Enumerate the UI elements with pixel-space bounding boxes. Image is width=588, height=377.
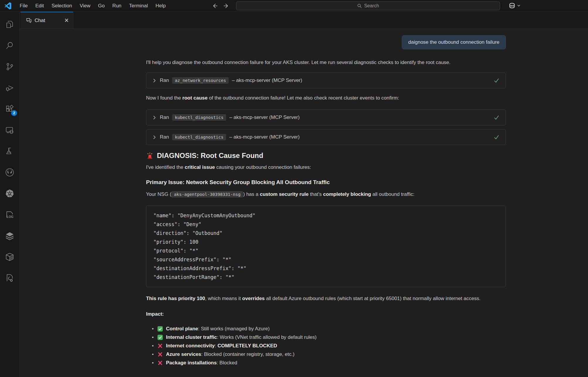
bullet-dot: • [152,343,157,349]
tool-call-name: kubectl_diagnostics [172,134,226,140]
github-icon [5,168,14,177]
activity-containers[interactable] [0,246,19,267]
code-file-gear-icon [5,273,14,283]
debug-icon [5,83,14,92]
svg-text:LOG: LOG [7,215,13,218]
menu-selection[interactable]: Selection [48,0,76,11]
nsg-description-text: Your NSG (aks-agentpool-30398331-nsg) ha… [146,191,506,198]
code-line: "protocol": "*" [153,246,499,255]
menu-run[interactable]: Run [109,0,125,11]
chevron-down-icon [517,4,521,7]
menu-terminal[interactable]: Terminal [125,0,152,11]
tool-call-prefix: Ran [160,115,169,120]
tool-call-server: – aks-mcp-server (MCP Server) [229,134,300,140]
activity-source-control[interactable] [0,56,19,77]
tool-call-prefix: Ran [160,134,169,140]
activity-dev-tools[interactable] [0,267,19,289]
extensions-badge: 2 [11,110,17,116]
source-control-icon [5,62,14,71]
bullet-dot: • [152,360,157,366]
code-line: "destinationAddressPrefix": "*" [153,264,499,273]
tool-call-name: az_network_resources [172,77,229,84]
cross-icon [157,360,166,366]
impact-list: • Control plane: Still works (managed by… [146,324,506,367]
files-icon [5,20,14,29]
impact-item-package-installs: • Package installations: Blocked [146,359,506,367]
bullet-dot: • [152,334,157,340]
impact-item-control-plane: • Control plane: Still works (managed by… [146,324,506,333]
code-line: "sourceAddressPrefix": "*" [153,255,499,264]
activity-bar: 2 [0,12,20,377]
diagnosis-heading: DIAGNOSIS: Root Cause Found [146,152,506,160]
activity-github[interactable] [0,162,19,183]
comment-discussion-icon [26,17,32,23]
tool-call-az-network-resources[interactable]: Ran az_network_resources – aks-mcp-serve… [146,73,506,88]
impact-item-internal-traffic: • Internal cluster traffic: Works (VNet … [146,333,506,341]
menu-help[interactable]: Help [152,0,170,11]
menu-edit[interactable]: Edit [31,0,48,11]
activity-kubernetes[interactable] [0,183,19,204]
priority-explanation-text: This rule has priority 100, which means … [146,294,506,303]
tab-bar: Chat ✕ [20,12,588,29]
check-box-icon [157,326,166,332]
menu-go[interactable]: Go [94,0,109,11]
history-back-icon[interactable] [211,2,219,10]
chevron-right-icon[interactable] [152,78,157,83]
menu-view[interactable]: View [76,0,94,11]
tool-call-kubectl-diagnostics-1[interactable]: Ran kubectl_diagnostics – aks-mcp-server… [146,110,506,125]
bullet-dot: • [152,326,157,332]
activity-extensions[interactable]: 2 [0,98,19,120]
assistant-identified-text: I've identified the critical issue causi… [146,164,506,171]
cross-icon [157,343,166,349]
nsg-name-chip: aks-agentpool-30398331-nsg [171,191,243,198]
activity-output-log[interactable]: LOG [0,204,19,225]
tool-call-prefix: Ran [160,78,169,83]
activity-run-debug[interactable] [0,77,19,98]
check-icon [493,77,500,84]
activity-explorer[interactable] [0,14,19,35]
beaker-icon [5,147,14,156]
tab-chat-label: Chat [35,18,45,23]
nsg-rule-code-block: "name": "DenyAnyCustomAnyOutbound" "acce… [146,206,506,287]
code-line: "access": "Deny" [153,220,499,229]
history-forward-icon[interactable] [222,2,231,10]
tab-close-icon[interactable]: ✕ [64,18,69,23]
code-line: "direction": "Outbound" [153,229,499,238]
menubar: File Edit Selection View Go Run Terminal… [16,0,170,11]
code-line: "priority": 100 [153,238,499,246]
code-line: "name": "DenyAnyCustomAnyOutbound" [153,211,499,220]
layers-icon [5,231,14,240]
check-icon [493,114,500,121]
editor-area: Chat ✕ daignose the outbound connection … [20,12,588,377]
user-message-bubble: daignose the outbound connection failure [402,35,506,49]
check-box-icon [157,334,166,340]
impact-heading: Impact: [146,310,506,318]
remote-icon [5,125,14,135]
activity-testing[interactable] [0,141,19,162]
siren-icon [146,152,154,159]
code-line: "destinationPortRange": "*" [153,273,499,282]
search-icon [357,4,362,8]
bullet-dot: • [152,351,157,357]
assistant-intro-text: I'll help you diagnose the outbound conn… [146,59,506,66]
tool-call-server: – aks-mcp-server (MCP Server) [229,115,300,120]
chevron-right-icon[interactable] [152,115,157,120]
chat-panel[interactable]: daignose the outbound connection failure… [20,29,588,377]
tool-call-server: – aks-mcp-server (MCP Server) [232,78,302,83]
assistant-found-text: Now I found the root cause of the outbou… [146,94,506,102]
activity-remote-explorer[interactable] [0,120,19,141]
check-icon [493,134,500,140]
activity-search[interactable] [0,35,19,56]
tab-chat[interactable]: Chat ✕ [21,12,73,28]
vscode-logo-icon [4,2,12,10]
log-icon: LOG [5,210,14,219]
activity-layers[interactable] [0,225,19,246]
menu-file[interactable]: File [16,0,31,11]
chevron-right-icon[interactable] [152,135,157,139]
tool-call-kubectl-diagnostics-2[interactable]: Ran kubectl_diagnostics – aks-mcp-server… [146,129,506,145]
search-command-center[interactable]: Search [236,1,500,10]
kubernetes-icon [5,189,14,198]
copilot-menu-button[interactable] [508,2,521,9]
primary-issue-heading: Primary Issue: Network Security Group Bl… [146,179,506,186]
impact-item-azure-services: • Azure services: Blocked (container reg… [146,350,506,359]
